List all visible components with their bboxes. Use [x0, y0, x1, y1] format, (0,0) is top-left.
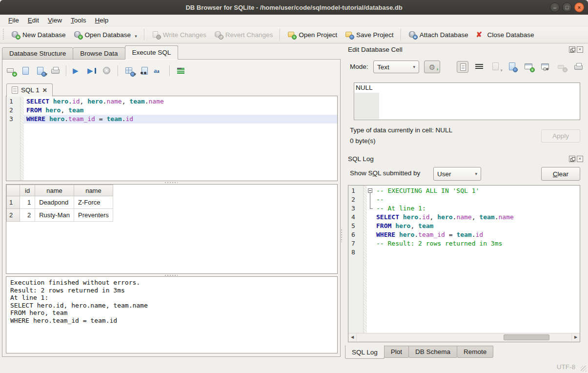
format-sql-icon[interactable] [176, 66, 186, 76]
menu-view[interactable]: View [43, 16, 66, 25]
toolbar-drag-handle[interactable] [1, 29, 5, 41]
code-line: 4SELECT hero.id, hero.name, team.name [348, 213, 580, 222]
main-toolbar: + New Database › Open Database ▾ Write C… [0, 26, 588, 43]
tab-browse-data[interactable]: Browse Data [73, 47, 125, 60]
close-database-button[interactable]: ✘ Close Database [472, 29, 538, 41]
open-project-button[interactable]: › Open Project [284, 29, 341, 41]
row-header[interactable]: 1 [7, 196, 20, 209]
print-cell-icon[interactable] [573, 61, 585, 73]
float-panel-icon[interactable] [569, 156, 575, 162]
column-header[interactable]: id [20, 185, 35, 196]
close-button[interactable]: × [574, 2, 584, 12]
auto-complete-icon[interactable]: aa [154, 66, 163, 76]
titlebar[interactable]: DB Browser for SQLite - /home/user/code/… [0, 0, 588, 15]
code-line: 1-- EXECUTING ALL IN 'SQL 1' [348, 186, 580, 195]
word-wrap-icon[interactable] [473, 61, 485, 73]
save-project-button[interactable]: Save Project [341, 29, 398, 41]
menu-edit[interactable]: Edit [23, 16, 43, 25]
sql-editor[interactable]: 1SELECT hero.id, hero.name, team.name2FR… [6, 96, 338, 181]
maximize-button[interactable]: □ [562, 2, 572, 12]
edit-cell-header: Edit Database Cell × [348, 45, 583, 54]
save-sql-file-icon[interactable]: ▾ [36, 66, 45, 76]
execute-sql-page: + ▾ ▶ ▶ ✕ ▾ aa SQL 1 ✕ 1SELECT hero.id, … [2, 59, 341, 357]
table-cell[interactable]: Preventers [74, 209, 113, 222]
new-database-button[interactable]: + New Database [7, 29, 70, 41]
scrollbar-thumb[interactable] [504, 334, 550, 340]
cell-value: NULL [356, 84, 373, 91]
tab-execute-sql[interactable]: Execute SQL [125, 45, 179, 60]
attach-database-icon: + [408, 31, 417, 39]
minimize-button[interactable]: – [550, 2, 560, 12]
bottom-tab-remote[interactable]: Remote [457, 346, 493, 358]
menu-tools[interactable]: Tools [66, 16, 91, 25]
menu-help[interactable]: Help [91, 16, 113, 25]
sql-log-editor[interactable]: 1-- EXECUTING ALL IN 'SQL 1'2--3-- At li… [348, 185, 580, 342]
mode-select[interactable]: Text ▾ [373, 61, 419, 73]
cell-value-editor[interactable]: NULL [354, 83, 580, 120]
sql-toolbar-separator [169, 65, 170, 76]
sql-log-hscrollbar[interactable]: ◀ ▶ [348, 333, 580, 342]
clear-log-button[interactable]: Clear [541, 167, 580, 181]
save-results-icon[interactable]: ▾ [124, 66, 134, 76]
copy-link-icon[interactable] [540, 61, 551, 73]
statusbar: UTF-8 [0, 361, 588, 373]
code-line: 8 [348, 248, 580, 257]
fold-marker[interactable] [367, 195, 374, 204]
close-sql-tab-icon[interactable]: ✕ [42, 87, 47, 94]
float-panel-icon[interactable] [569, 46, 575, 53]
auto-apply-button[interactable]: ⚙ › [424, 61, 440, 73]
open-database-button[interactable]: › Open Database ▾ [70, 29, 141, 41]
row-header[interactable]: 2 [7, 209, 20, 222]
text-mode-icon[interactable] [457, 61, 468, 73]
resize-grip[interactable] [581, 366, 587, 372]
bottom-tab-plot[interactable]: Plot [384, 346, 409, 358]
line-number: 2 [348, 195, 363, 204]
sql-log-filter-select[interactable]: User ▾ [433, 167, 481, 181]
close-panel-icon[interactable]: × [577, 156, 583, 162]
results-table-area[interactable]: idnamename11DeadpondZ-Force22Rusty-ManPr… [6, 184, 338, 274]
table-row[interactable]: 22Rusty-ManPreventers [7, 209, 113, 222]
print-sql-icon[interactable] [50, 66, 60, 76]
close-panel-icon[interactable]: × [577, 46, 583, 53]
table-cell[interactable]: Z-Force [74, 196, 113, 209]
close-database-icon: ✘ [476, 31, 484, 39]
sql-1-tab[interactable]: SQL 1 ✕ [6, 83, 53, 97]
sql-log-title: SQL Log [348, 155, 374, 163]
bottom-tab-sql-log[interactable]: SQL Log [345, 345, 385, 359]
execution-status-area[interactable]: Execution finished without errors. Resul… [6, 276, 338, 353]
menubar: File Edit View Tools Help [0, 15, 588, 26]
open-database-dropdown-arrow[interactable]: ▾ [135, 34, 137, 39]
find-icon[interactable] [139, 66, 149, 76]
export-data-icon[interactable] [507, 61, 518, 73]
bottom-tab-bar: SQL Log Plot DB Schema Remote [345, 345, 493, 359]
table-cell[interactable]: Rusty-Man [35, 209, 74, 222]
new-database-icon: + [11, 31, 20, 39]
table-cell[interactable]: 1 [20, 196, 35, 209]
menu-file[interactable]: File [4, 16, 23, 25]
fold-marker[interactable] [367, 186, 374, 195]
fold-marker[interactable] [367, 204, 374, 213]
save-project-icon [345, 31, 353, 39]
scroll-right-icon[interactable]: ▶ [571, 333, 580, 341]
pane-splitter[interactable] [341, 229, 342, 242]
table-cell[interactable]: 2 [20, 209, 35, 222]
editor-results-splitter[interactable] [2, 181, 340, 184]
bottom-tab-db-schema[interactable]: DB Schema [408, 346, 457, 358]
column-header[interactable]: name [74, 185, 113, 196]
tab-database-structure[interactable]: Database Structure [2, 47, 73, 60]
line-number: 5 [348, 222, 363, 230]
open-external-icon[interactable]: › [523, 61, 535, 73]
code-line: 3-- At line 1: [348, 204, 580, 213]
scroll-left-icon[interactable]: ◀ [348, 333, 357, 341]
attach-database-button[interactable]: + Attach Database [405, 29, 472, 41]
column-header[interactable]: name [35, 185, 74, 196]
sql-file-icon [12, 86, 18, 94]
execute-all-icon[interactable]: ▶ [73, 66, 82, 76]
table-corner-header[interactable] [7, 185, 20, 196]
table-row[interactable]: 11DeadpondZ-Force [7, 196, 113, 209]
execute-current-line-icon[interactable]: ▶ [87, 66, 97, 76]
table-cell[interactable]: Deadpond [35, 196, 74, 209]
new-sql-tab-icon[interactable]: + [6, 66, 16, 76]
line-number: 7 [348, 239, 363, 248]
open-sql-file-icon[interactable] [21, 66, 31, 76]
